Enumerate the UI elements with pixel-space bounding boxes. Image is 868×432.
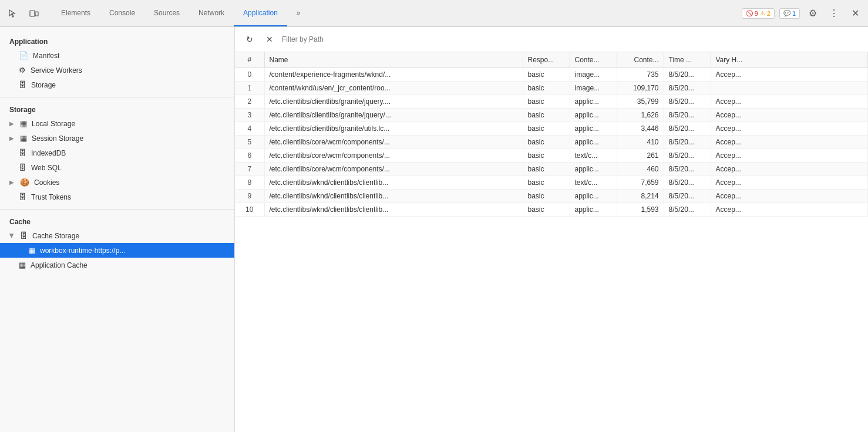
sidebar-item-app-cache[interactable]: ▦ Application Cache <box>0 258 234 272</box>
cell-content-length: 410 <box>617 136 664 149</box>
cell-content-type: applic... <box>570 95 617 109</box>
device-toolbar-button[interactable] <box>26 5 42 22</box>
refresh-button[interactable]: ↻ <box>242 32 257 47</box>
sidebar-item-cookies-label: Cookies <box>34 178 59 187</box>
col-header-time[interactable]: Time ... <box>664 52 711 68</box>
trust-tokens-icon: 🗄 <box>19 193 26 201</box>
sidebar-item-session-storage[interactable]: ▶ ▦ Session Storage <box>0 131 234 146</box>
table-row[interactable]: 7 /etc.clientlibs/core/wcm/components/..… <box>235 163 868 176</box>
cell-content-type: applic... <box>570 203 617 217</box>
filter-input[interactable] <box>282 35 861 43</box>
col-header-content-type[interactable]: Conte... <box>570 52 617 68</box>
cell-vary: Accep... <box>711 203 868 217</box>
tab-elements[interactable]: Elements <box>52 0 100 26</box>
tab-application[interactable]: Application <box>234 0 287 26</box>
close-button[interactable]: ✕ <box>847 5 863 22</box>
toolbar-right-group: 🚫 9 ⚠ 2 💬 1 ⚙ ⋮ ✕ <box>742 5 863 22</box>
tab-more[interactable]: » <box>287 0 310 26</box>
cell-response: basic <box>523 109 570 122</box>
cell-vary: Accep... <box>711 149 868 163</box>
table-row[interactable]: 2 /etc.clientlibs/clientlibs/granite/jqu… <box>235 95 868 109</box>
tab-network[interactable]: Network <box>189 0 234 26</box>
sidebar-item-local-storage[interactable]: ▶ ▦ Local Storage <box>0 116 234 131</box>
service-workers-icon: ⚙ <box>19 66 26 75</box>
sidebar-item-trust-tokens[interactable]: 🗄 Trust Tokens <box>0 190 234 204</box>
cursor-tool-button[interactable] <box>5 5 21 22</box>
cell-response: basic <box>523 95 570 109</box>
clear-button[interactable]: ✕ <box>262 32 277 47</box>
settings-button[interactable]: ⚙ <box>805 5 821 22</box>
table-row[interactable]: 8 /etc.clientlibs/wknd/clientlibs/client… <box>235 176 868 190</box>
cookies-arrow: ▶ <box>9 179 14 185</box>
cell-vary: Accep... <box>711 176 868 190</box>
sidebar-item-cache-storage[interactable]: ▶ 🗄 Cache Storage <box>0 228 234 243</box>
tab-sources[interactable]: Sources <box>144 0 189 26</box>
sidebar-item-trust-tokens-label: Trust Tokens <box>31 193 71 201</box>
cell-time: 8/5/20... <box>664 190 711 203</box>
manifest-icon: 📄 <box>19 51 28 60</box>
cell-name: /etc.clientlibs/clientlibs/granite/utils… <box>264 122 523 136</box>
cell-response: basic <box>523 149 570 163</box>
info-count: 1 <box>792 10 796 17</box>
cell-response: basic <box>523 122 570 136</box>
cell-name: /etc.clientlibs/wknd/clientlibs/clientli… <box>264 190 523 203</box>
cell-name: /etc.clientlibs/core/wcm/components/... <box>264 149 523 163</box>
sidebar-item-storage-label: Storage <box>31 81 56 89</box>
col-header-name[interactable]: Name <box>264 52 523 68</box>
local-storage-icon: ▦ <box>20 119 27 128</box>
error-icon: 🚫 <box>746 10 753 16</box>
table-header-row: # Name Respo... Conte... Conte... Time .… <box>235 52 868 68</box>
cell-content-length: 1,626 <box>617 109 664 122</box>
storage-section-title: Storage <box>0 102 234 116</box>
col-header-response[interactable]: Respo... <box>523 52 570 68</box>
cell-hash: 6 <box>235 149 264 163</box>
cache-storage-icon: 🗄 <box>20 231 28 240</box>
error-count: 9 <box>755 10 758 17</box>
cell-hash: 3 <box>235 109 264 122</box>
table-row[interactable]: 0 /content/experience-fragments/wknd/...… <box>235 68 868 82</box>
col-header-vary[interactable]: Vary H... <box>711 52 868 68</box>
cell-content-type: applic... <box>570 136 617 149</box>
cache-section-title: Cache <box>0 214 234 228</box>
cell-vary: Accep... <box>711 122 868 136</box>
toolbar-icon-group <box>5 5 42 22</box>
info-badge[interactable]: 💬 1 <box>779 8 800 19</box>
table-body: 0 /content/experience-fragments/wknd/...… <box>235 68 868 217</box>
cell-response: basic <box>523 203 570 217</box>
cell-time: 8/5/20... <box>664 68 711 82</box>
cell-hash: 0 <box>235 68 264 82</box>
col-header-hash[interactable]: # <box>235 52 264 68</box>
sidebar-item-manifest[interactable]: 📄 Manifest <box>0 48 234 63</box>
table-row[interactable]: 3 /etc.clientlibs/clientlibs/granite/jqu… <box>235 109 868 122</box>
table-row[interactable]: 4 /etc.clientlibs/clientlibs/granite/uti… <box>235 122 868 136</box>
sidebar-divider-2 <box>0 209 234 210</box>
cell-vary <box>711 82 868 95</box>
cell-time: 8/5/20... <box>664 109 711 122</box>
more-options-button[interactable]: ⋮ <box>826 5 842 22</box>
cell-time: 8/5/20... <box>664 82 711 95</box>
col-header-content-length[interactable]: Conte... <box>617 52 664 68</box>
table-row[interactable]: 9 /etc.clientlibs/wknd/clientlibs/client… <box>235 190 868 203</box>
session-storage-arrow: ▶ <box>9 135 14 141</box>
sidebar-item-manifest-label: Manifest <box>33 52 59 60</box>
cell-time: 8/5/20... <box>664 203 711 217</box>
tab-console[interactable]: Console <box>100 0 144 26</box>
sidebar-item-indexeddb[interactable]: 🗄 IndexedDB <box>0 146 234 160</box>
cell-name: /content/wknd/us/en/_jcr_content/roo... <box>264 82 523 95</box>
cell-time: 8/5/20... <box>664 122 711 136</box>
sidebar-item-service-workers[interactable]: ⚙ Service Workers <box>0 63 234 77</box>
cell-hash: 5 <box>235 136 264 149</box>
sidebar-item-storage[interactable]: 🗄 Storage <box>0 77 234 92</box>
cell-hash: 10 <box>235 203 264 217</box>
table-row[interactable]: 1 /content/wknd/us/en/_jcr_content/roo..… <box>235 82 868 95</box>
error-badge[interactable]: 🚫 9 ⚠ 2 <box>742 8 775 19</box>
sidebar-item-cookies[interactable]: ▶ 🍪 Cookies <box>0 175 234 190</box>
workbox-runtime-icon: ▦ <box>28 246 35 255</box>
table-row[interactable]: 5 /etc.clientlibs/core/wcm/components/..… <box>235 136 868 149</box>
sidebar-item-workbox-runtime[interactable]: ▦ workbox-runtime-https://p... <box>0 243 234 258</box>
sidebar-item-web-sql[interactable]: 🗄 Web SQL <box>0 160 234 175</box>
table-row[interactable]: 6 /etc.clientlibs/core/wcm/components/..… <box>235 149 868 163</box>
tabs-container: Elements Console Sources Network Applica… <box>52 0 742 26</box>
table-row[interactable]: 10 /etc.clientlibs/wknd/clientlibs/clien… <box>235 203 868 217</box>
cell-content-type: applic... <box>570 109 617 122</box>
